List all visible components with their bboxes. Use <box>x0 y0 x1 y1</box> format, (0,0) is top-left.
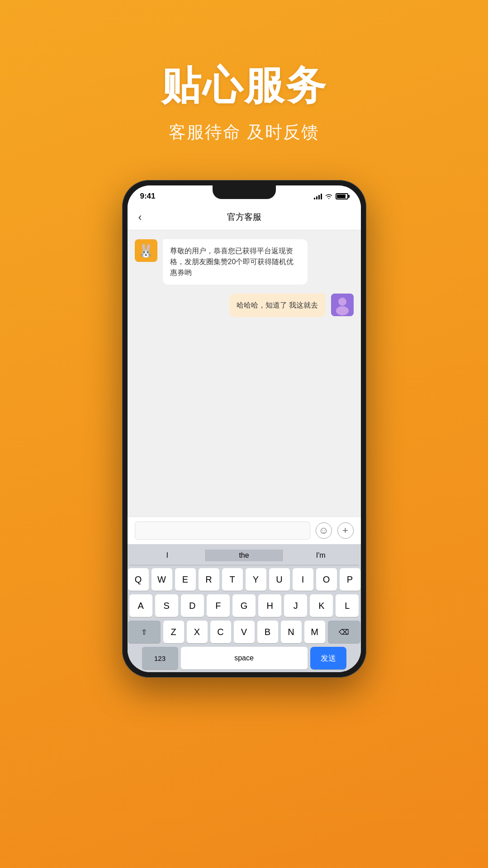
wifi-icon <box>325 193 333 199</box>
hero-subtitle: 客服待命 及时反馈 <box>0 121 488 144</box>
bot-avatar: 🐰 <box>135 239 157 262</box>
signal-icon <box>314 193 322 199</box>
keyboard-row-3: ⇧ Z X C V B N M ⌫ <box>129 621 359 643</box>
svg-point-1 <box>338 298 346 306</box>
input-bar: ☺ + <box>128 517 361 544</box>
key-v[interactable]: V <box>234 621 255 643</box>
predictive-item-2[interactable]: the <box>206 550 283 561</box>
message-input[interactable] <box>135 522 310 540</box>
keyboard-bottom-row: 123 space 发送 <box>129 647 359 669</box>
emoji-button[interactable]: ☺ <box>316 522 332 539</box>
message-row-left: 🐰 尊敬的用户，恭喜您已获得平台返现资格，发朋友圈集赞20个即可获得随机优惠券哟 <box>135 239 354 285</box>
key-m[interactable]: M <box>304 621 325 643</box>
key-t[interactable]: T <box>222 568 243 591</box>
chat-area: 🐰 尊敬的用户，恭喜您已获得平台返现资格，发朋友圈集赞20个即可获得随机优惠券哟… <box>128 230 361 517</box>
key-u[interactable]: U <box>269 568 290 591</box>
key-f[interactable]: F <box>207 594 230 617</box>
status-time: 9:41 <box>140 192 156 201</box>
predictive-item-1[interactable]: I <box>129 550 206 561</box>
message-bubble-right: 哈哈哈，知道了 我这就去 <box>229 294 325 317</box>
shift-key[interactable]: ⇧ <box>128 621 161 643</box>
hero-title: 贴心服务 <box>0 59 488 113</box>
rabbit-icon: 🐰 <box>138 243 154 258</box>
key-o[interactable]: O <box>316 568 337 591</box>
keyboard-row-1: Q W E R T Y U I O P <box>129 568 359 591</box>
key-r[interactable]: R <box>199 568 219 591</box>
nav-bar: ‹ 官方客服 <box>128 204 361 230</box>
backspace-key[interactable]: ⌫ <box>328 621 360 643</box>
phone-notch <box>213 185 276 199</box>
key-d[interactable]: D <box>181 594 204 617</box>
battery-icon <box>336 193 348 199</box>
num-key[interactable]: 123 <box>142 647 178 669</box>
key-x[interactable]: X <box>187 621 208 643</box>
user-avatar-image <box>331 294 354 316</box>
message-row-right: 哈哈哈，知道了 我这就去 <box>135 294 354 317</box>
plus-button[interactable]: + <box>337 522 354 539</box>
key-e[interactable]: E <box>175 568 196 591</box>
nav-title: 官方客服 <box>227 211 261 223</box>
key-q[interactable]: Q <box>128 568 149 591</box>
key-w[interactable]: W <box>152 568 172 591</box>
phone-mockup: 9:41 <box>0 180 488 678</box>
phone-screen: 9:41 <box>128 185 361 672</box>
key-b[interactable]: B <box>257 621 278 643</box>
svg-point-2 <box>336 306 349 315</box>
predictive-item-3[interactable]: I'm <box>283 550 359 561</box>
key-z[interactable]: Z <box>163 621 184 643</box>
user-avatar <box>331 294 354 316</box>
key-a[interactable]: A <box>129 594 152 617</box>
key-h[interactable]: H <box>258 594 281 617</box>
emoji-icon: ☺ <box>318 525 328 536</box>
key-p[interactable]: P <box>340 568 360 591</box>
key-j[interactable]: J <box>284 594 307 617</box>
key-y[interactable]: Y <box>246 568 266 591</box>
key-k[interactable]: K <box>310 594 333 617</box>
predictive-bar: I the I'm <box>129 548 359 565</box>
message-bubble-left: 尊敬的用户，恭喜您已获得平台返现资格，发朋友圈集赞20个即可获得随机优惠券哟 <box>163 239 308 285</box>
key-n[interactable]: N <box>281 621 302 643</box>
key-i[interactable]: I <box>293 568 313 591</box>
status-icons <box>314 193 348 199</box>
key-l[interactable]: L <box>336 594 359 617</box>
keyboard: I the I'm Q W E R T Y U I O P <box>128 544 361 672</box>
key-c[interactable]: C <box>210 621 231 643</box>
plus-icon: + <box>342 525 348 536</box>
send-key[interactable]: 发送 <box>310 647 346 669</box>
key-g[interactable]: G <box>232 594 256 617</box>
back-button[interactable]: ‹ <box>138 211 142 223</box>
key-s[interactable]: S <box>155 594 178 617</box>
keyboard-row-2: A S D F G H J K L <box>129 594 359 617</box>
phone-frame: 9:41 <box>122 180 366 678</box>
space-key[interactable]: space <box>181 647 308 669</box>
